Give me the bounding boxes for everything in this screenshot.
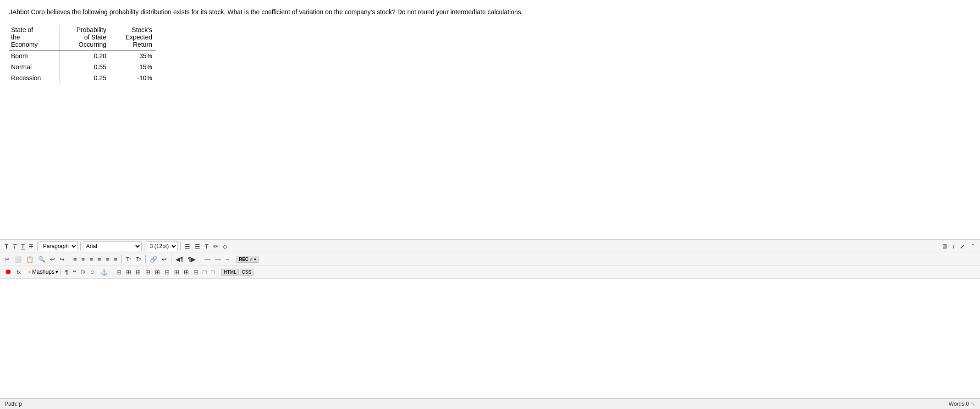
expand-button[interactable]: ⤢ [958,242,967,251]
align-justify-button[interactable]: ≡ [96,255,103,264]
align-right-button[interactable]: ≡ [88,255,95,264]
table-col-insert-button[interactable]: ⊞ [124,268,133,276]
mashups-dropdown[interactable]: ✦ Mashups ▾ [28,269,58,275]
mashups-label: Mashups [32,269,55,275]
box1-button[interactable]: □ [201,268,209,276]
words-label: Words:0 [949,401,969,407]
redo-button[interactable]: ↪ [58,255,66,264]
box2-button[interactable]: □ [209,268,216,276]
stop-button[interactable]: ⏺ [3,267,14,277]
nbsp-button[interactable]: ⌣ [224,254,231,264]
monitor-icon-button[interactable]: 🖥 [940,242,949,251]
separator-11 [25,268,25,276]
fx-button[interactable]: fx [15,268,22,276]
size-dropdown[interactable]: 3 (12pt) 1 (8pt) 2 (10pt) 4 (14pt) [147,241,178,251]
toolbar-left: T T T T Paragraph Heading 1 Heading 2 Ar… [3,241,229,251]
separator-10 [234,255,234,263]
table-options-button[interactable]: ⊞ [143,268,152,276]
col-state-header: State oftheEconomy [9,25,60,50]
return-recession: -10% [110,72,156,83]
data-table: State oftheEconomy Probabilityof StateOc… [9,25,156,83]
separator-8 [171,255,171,263]
unordered-list-button[interactable]: ☰ [183,242,192,251]
format-bold-button[interactable]: T [3,242,10,251]
cut-button[interactable]: ✂ [3,255,11,264]
separator-6 [121,255,122,263]
editor-body[interactable] [0,279,980,398]
mashups-star-icon: ✦ [28,270,31,275]
table-delete-button[interactable]: ⊞ [172,268,181,276]
html-button[interactable]: HTML [221,269,238,276]
eraser-button[interactable]: ◇ [221,242,229,251]
separator-4 [180,242,181,250]
question-text: JAbbot Corp believes the following proba… [9,7,651,17]
separator-7 [145,255,146,263]
table-row: Boom 0.20 35% [9,50,156,62]
toolbar-row-1: T T T T Paragraph Heading 1 Heading 2 Ar… [0,240,980,253]
rec-button[interactable]: REC ✓ ▾ [237,256,259,263]
toolbar-row-3: ⏺ fx ✦ Mashups ▾ ¶ ❝ © ☺ ⚓ ⊞ ⊞ ⊞ ⊞ ⊞ ⊞ ⊞… [0,265,980,279]
font-select[interactable]: Arial Times New Roman Courier New [83,241,142,251]
return-normal: 15% [110,61,156,72]
prob-normal: 0.55 [60,61,110,72]
collapse-button[interactable]: ⌃ [969,242,977,251]
paragraph-dropdown[interactable]: Paragraph Heading 1 Heading 2 [40,241,78,251]
state-boom: Boom [9,50,60,62]
subscript-button[interactable]: Tx [134,255,143,263]
ordered-list-button[interactable]: ☰ [193,242,202,251]
css-button[interactable]: CSS [240,269,254,276]
table-merge-button[interactable]: ⊞ [163,268,171,276]
col-return-header: Stock'sExpectedReturn [110,25,156,50]
link-button[interactable]: 🔗 [148,255,159,264]
find-button[interactable]: 🔍 [36,255,47,264]
info-button[interactable]: i [951,242,956,251]
path-label: Path: p [5,401,22,407]
align-left-button[interactable]: ≡ [72,255,79,264]
separator-14 [219,268,219,276]
em-dash-button[interactable]: — [213,255,223,264]
table-row: Recession 0.25 -10% [9,72,156,83]
return-boom: 35% [110,50,156,62]
table-cell-button[interactable]: ⊞ [153,268,162,276]
font-dropdown[interactable]: Arial Times New Roman Courier New [83,241,142,251]
emoji-button[interactable]: ☺ [88,268,97,276]
table-row-delete-button[interactable]: ⊞ [182,268,191,276]
paragraph-mark-button[interactable]: ¶ [63,268,70,276]
table-insert-button[interactable]: ⊞ [115,268,123,276]
size-select[interactable]: 3 (12pt) 1 (8pt) 2 (10pt) 4 (14pt) [147,241,178,251]
outdent-button[interactable]: ≡ [112,255,119,264]
toolbar-right: 🖥 i ⤢ ⌃ [940,242,977,251]
paragraph-select[interactable]: Paragraph Heading 1 Heading 2 [40,241,78,251]
separator-3 [144,242,144,250]
separator-13 [112,268,112,276]
blockquote-button[interactable]: ❝ [71,268,78,276]
para-left-button[interactable]: ◀¶ [174,255,185,264]
hr-button[interactable]: — [203,255,212,264]
copy-button[interactable]: ⬜ [12,255,23,264]
undo-button[interactable]: ↩ [48,255,57,264]
status-bar: Path: p Words:0 ⤡ [0,398,980,409]
format-underline-button[interactable]: T [19,242,27,251]
format-strikethrough-button[interactable]: T [28,242,35,251]
para-right-button[interactable]: ¶▶ [186,255,198,264]
unlink-button[interactable]: ↩ [160,255,169,264]
color-button[interactable]: ✏ [211,242,220,251]
resize-icon: ⤡ [971,401,975,407]
paste-button[interactable]: 📋 [24,255,35,264]
table-col-delete-button[interactable]: ⊞ [192,268,200,276]
anchor-button[interactable]: ⚓ [99,268,110,276]
separator-9 [200,255,200,263]
rec-dropdown-icon: ▾ [254,257,256,262]
text-format-button[interactable]: T [203,242,210,251]
state-normal: Normal [9,61,60,72]
separator-12 [61,268,61,276]
col-prob-header: Probabilityof StateOccurring [60,25,110,50]
copyright-button[interactable]: © [79,268,87,276]
format-italic-button[interactable]: T [11,242,18,251]
rec-check-icon: ✓ [249,257,253,262]
prob-boom: 0.20 [60,50,110,62]
superscript-button[interactable]: T+ [124,255,133,263]
align-center-button[interactable]: ≡ [80,255,87,264]
indent-button[interactable]: ≡ [104,255,111,264]
table-row-insert-button[interactable]: ⊞ [134,268,143,276]
